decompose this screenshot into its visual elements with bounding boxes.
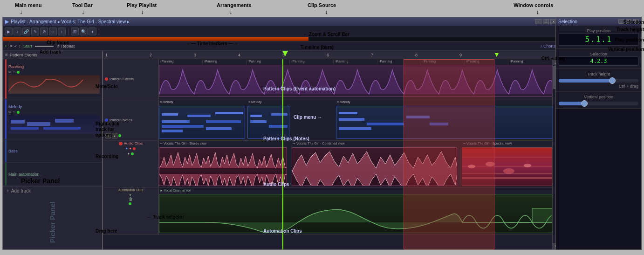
add-track-button[interactable]: + Add track (3, 186, 102, 195)
select-box-icon[interactable]: ⊞ (71, 28, 79, 35)
right-side-panel: Selection - □ ✕ Play position 5.1.1 Sele… (555, 17, 642, 250)
clip-source-arrow: ↓ (325, 8, 328, 15)
resize-icon[interactable]: ↔ (49, 28, 57, 35)
list-item[interactable]: Panning M S (3, 59, 102, 99)
list-item[interactable]: Bass (3, 139, 102, 163)
zoom-icon[interactable]: 🔍 (80, 28, 88, 35)
headphone-icon[interactable]: ♪ (14, 28, 21, 35)
svg-rect-14 (269, 125, 288, 128)
svg-rect-13 (250, 120, 267, 123)
svg-rect-20 (339, 112, 357, 114)
main-menu-arrow: ↓ (20, 8, 23, 15)
audio-header: Audio Clips (119, 141, 143, 145)
svg-rect-1 (27, 122, 50, 126)
vertical-pos-fill (559, 102, 582, 105)
mute-btn-melody[interactable]: M (8, 110, 12, 114)
vertical-pos-thumb[interactable] (581, 100, 588, 107)
time-marker-6: 6 (327, 53, 329, 57)
playhead-marker (282, 51, 288, 56)
track-height-slider[interactable] (559, 79, 638, 83)
auto-trash-btn[interactable]: 🗑 (129, 197, 133, 201)
delete-btn[interactable]: ✕ (9, 44, 13, 48)
speaker-icon[interactable]: ♦ (89, 28, 96, 35)
svg-point-31 (524, 164, 531, 167)
track-height-thumb[interactable] (609, 77, 616, 84)
auto-drag-area: ▼ 🗑 (129, 193, 133, 205)
svg-rect-3 (11, 127, 39, 130)
clip-label-2: ↑Panning (203, 59, 247, 65)
auto-active-dot (129, 202, 131, 205)
melody-track-inner: Melody M S (8, 104, 100, 134)
selection-display: 4.2.3 (559, 56, 638, 66)
timeline-bars-ann: Timeline (bars) (301, 45, 334, 50)
audio-btn3[interactable]: ♦ (128, 152, 130, 156)
clip-focus-ann: Clip focus (47, 40, 69, 45)
selection-overlay (404, 59, 494, 249)
melody-btns: M S (8, 110, 100, 114)
svg-rect-18 (367, 123, 404, 125)
link-icon[interactable]: 🔗 (22, 28, 30, 35)
ctrl-drag-ann: Ctrl + drag (541, 56, 565, 61)
list-item[interactable]: Melody M S (3, 99, 102, 139)
svg-rect-10 (162, 113, 178, 116)
arrow-btn[interactable]: ↕ (19, 44, 21, 48)
arrangements-label: Arrangements (217, 2, 252, 8)
track-height-section: Track height Ctrl + drag (556, 69, 641, 92)
audio-clip-1[interactable] (159, 147, 287, 186)
resize2-icon[interactable]: ↕ (58, 28, 66, 35)
tool-bar-arrow: ↓ (82, 8, 85, 15)
bass-track-inner: Bass (8, 149, 100, 153)
svg-rect-4 (43, 127, 81, 130)
add-track-ann: Add track (40, 49, 61, 55)
pattern-events-ann: Pattern Clips (Event automation) (263, 86, 336, 91)
stereo-waveform (159, 148, 287, 186)
add-track-text: Add track (11, 188, 31, 193)
ctrl-drag-label: Ctrl + drag (559, 84, 638, 89)
window-controls-label: Window conrols (514, 2, 553, 8)
window-controls-group: - □ ✕ (535, 19, 556, 24)
play-playlist-label: Play Playlist (127, 2, 157, 8)
tool-icon[interactable]: ✎ (31, 28, 39, 35)
start-marker: Start (23, 44, 32, 48)
audio-clips-ann: Audio Clips (263, 182, 289, 187)
time-marker-3: 3 (194, 53, 196, 57)
svg-rect-11 (187, 115, 211, 117)
audio-btn2[interactable]: ● (129, 146, 131, 151)
track-height-label-ann: Track height (617, 27, 644, 32)
bass-name: Bass (8, 149, 100, 153)
active-dot-panning (17, 71, 20, 74)
vertical-pos-slider[interactable] (559, 102, 638, 105)
svg-rect-0 (11, 120, 25, 124)
svg-rect-7 (162, 130, 183, 132)
drag-here-ann: Drag here (96, 228, 117, 234)
solo-btn-panning[interactable]: S (13, 70, 15, 74)
svg-rect-16 (271, 113, 288, 116)
maximize-button[interactable]: □ (543, 19, 549, 24)
window-title: Playlist - Arrangement ▸ Vocals: The Gir… (11, 19, 534, 24)
bass-color (5, 139, 7, 162)
svg-rect-12 (215, 112, 243, 114)
minimize-button[interactable]: - (535, 19, 541, 24)
events-dot (105, 77, 108, 81)
mute-btn-panning[interactable]: M (8, 70, 12, 74)
solo-btn-melody[interactable]: S (13, 110, 15, 114)
recording-ann: Recording (96, 154, 118, 159)
play-button[interactable]: ▶ (5, 28, 13, 35)
play-playlist-arrow: ↓ (141, 8, 144, 15)
clip-label-3: ↑Panning (247, 59, 290, 65)
zoom-scroll-bar[interactable] (3, 37, 559, 41)
audio-btn1[interactable]: ♦ (126, 146, 128, 151)
clip-source-label: Clip Source (308, 2, 336, 8)
cancel-icon[interactable]: ⊘ (40, 28, 48, 35)
svg-point-30 (503, 168, 514, 174)
auto-header: Automation Clips (118, 188, 143, 192)
vertical-pos-label: Vertical position (559, 95, 638, 99)
edit-btn[interactable]: ✓ (14, 44, 18, 48)
clip-menu-ann: Clip menu → (294, 115, 322, 120)
drag-icon[interactable]: ▼ (129, 193, 133, 197)
mute-solo-ann: Mute/Solo (96, 84, 118, 89)
track-header-icon: ≡ (5, 52, 8, 57)
play-position-label: Play position (615, 37, 644, 42)
add-track-btn[interactable]: + (5, 44, 7, 48)
notes-clip-1[interactable] (159, 106, 245, 139)
